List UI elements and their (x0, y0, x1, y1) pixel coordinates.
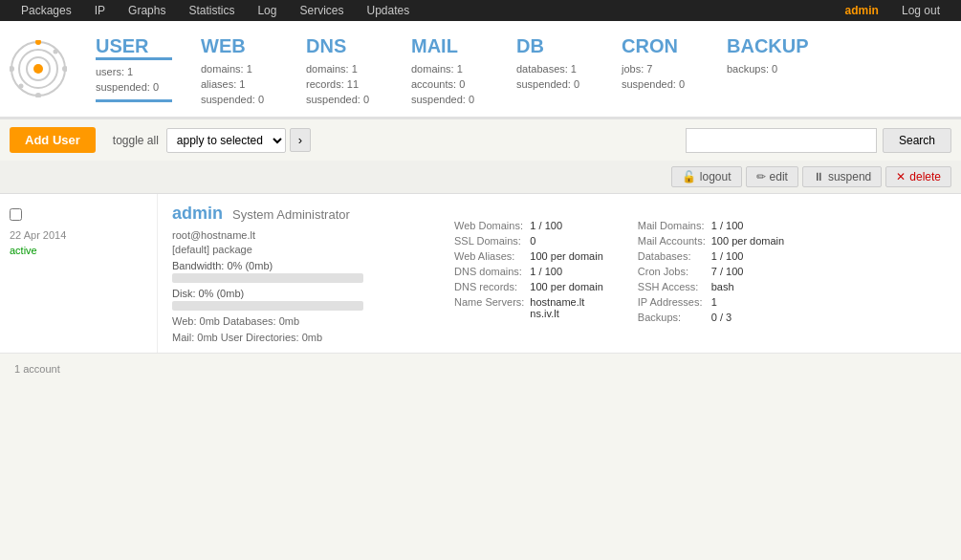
user-actions-bar: 🔓 logout ✏ edit ⏸ suspend ✕ delete (0, 161, 961, 194)
detail-value: 1 / 100 (530, 218, 608, 233)
user-name: admin (172, 204, 223, 224)
detail-row: DNS records:100 per domain (454, 279, 609, 294)
resource-line-2: Mail: 0mb User Directories: 0mb (172, 332, 430, 343)
detail-value: 7 / 100 (711, 264, 790, 279)
stat-line: backups: 0 (727, 61, 809, 76)
detail-value: 0 (530, 233, 608, 248)
detail-row: Databases:1 / 100 (638, 248, 790, 264)
summary-bar: USERusers: 1suspended: 0WEBdomains: 1ali… (0, 21, 961, 119)
detail-label: Mail Accounts: (638, 233, 711, 248)
summary-section-backup[interactable]: BACKUPbackups: 0 (717, 31, 828, 117)
bandwidth-bar-track (172, 273, 363, 283)
user-date: 22 Apr 2014 (10, 229, 147, 241)
disk-label: Disk: 0% (0mb) (172, 288, 430, 299)
detail-row: Name Servers:hostname.ltns.iv.lt (454, 294, 609, 321)
bandwidth-row: Bandwidth: 0% (0mb) (172, 260, 430, 283)
detail-label: SSL Domains: (454, 233, 530, 248)
apply-select-wrap: apply to selected › (166, 128, 311, 153)
search-wrap: Search (686, 128, 951, 153)
detail-label: Web Domains: (454, 218, 530, 233)
detail-value: hostname.ltns.iv.lt (530, 294, 608, 321)
detail-value: bash (711, 279, 790, 294)
stat-line: domains: 1 (201, 61, 277, 76)
logout-link[interactable]: Log out (890, 0, 951, 21)
svg-point-8 (54, 50, 58, 54)
stat-line: users: 1 (96, 64, 172, 79)
search-button[interactable]: Search (883, 128, 951, 153)
footer-count: 1 account (0, 354, 961, 384)
toggle-all-label: toggle all (113, 134, 159, 147)
svg-point-7 (10, 66, 14, 72)
nav-updates[interactable]: Updates (355, 0, 421, 21)
stat-line: accounts: 0 (411, 76, 488, 92)
stat-line: jobs: 7 (622, 61, 698, 76)
summary-section-mail[interactable]: MAILdomains: 1accounts: 0suspended: 0 (402, 31, 507, 117)
detail-label: Cron Jobs: (638, 264, 711, 279)
stat-line: suspended: 0 (411, 92, 488, 107)
nav-graphs[interactable]: Graphs (117, 0, 177, 21)
detail-label: Backups: (638, 310, 711, 325)
search-input[interactable] (686, 128, 877, 153)
detail-row: Web Domains:1 / 100 (454, 218, 609, 233)
user-name-line: admin System Administrator (172, 204, 430, 224)
user-status: active (10, 245, 147, 256)
detail-row: Mail Domains:1 / 100 (638, 218, 790, 233)
detail-value: 1 / 100 (711, 218, 790, 233)
detail-label: Mail Domains: (638, 218, 711, 233)
summary-section-db[interactable]: DBdatabases: 1suspended: 0 (507, 31, 612, 117)
detail-row: Backups:0 / 3 (638, 310, 790, 325)
user-left: 22 Apr 2014 active (0, 194, 158, 353)
add-user-button[interactable]: Add User (10, 127, 96, 153)
vesta-logo (10, 40, 67, 97)
bandwidth-label: Bandwidth: 0% (0mb) (172, 260, 430, 271)
detail-label: Name Servers: (454, 294, 530, 321)
toolbar: Add User toggle all apply to selected › … (0, 119, 961, 161)
user-fullname: System Administrator (232, 207, 350, 222)
stat-line: suspended: 0 (201, 92, 277, 107)
user-list: 🔓 logout ✏ edit ⏸ suspend ✕ delete 22 Ap… (0, 161, 961, 354)
delete-action-button[interactable]: ✕ delete (885, 166, 951, 187)
nav-log[interactable]: Log (246, 0, 288, 21)
mail-details-col: Mail Domains:1 / 100Mail Accounts:100 pe… (628, 194, 809, 353)
summary-section-dns[interactable]: DNSdomains: 1records: 11suspended: 0 (296, 31, 402, 117)
logo-area (10, 31, 86, 117)
summary-section-user[interactable]: USERusers: 1suspended: 0 (86, 31, 191, 117)
detail-row: Web Aliases:100 per domain (454, 248, 609, 264)
apply-go-button[interactable]: › (290, 128, 311, 152)
detail-row: Cron Jobs:7 / 100 (638, 264, 790, 279)
web-details-col: Web Domains:1 / 100SSL Domains:0Web Alia… (445, 194, 628, 353)
nav-statistics[interactable]: Statistics (177, 0, 246, 21)
detail-row: IP Addresses:1 (638, 294, 790, 310)
user-package: [default] package (172, 244, 430, 255)
nav-ip[interactable]: IP (83, 0, 117, 21)
apply-select[interactable]: apply to selected (166, 128, 286, 153)
edit-action-button[interactable]: ✏ edit (746, 166, 798, 187)
user-checkbox[interactable] (10, 208, 22, 221)
summary-section-web[interactable]: WEBdomains: 1aliases: 1suspended: 0 (191, 31, 296, 117)
svg-point-9 (19, 84, 24, 89)
logout-action-button[interactable]: 🔓 logout (671, 166, 742, 187)
detail-label: Databases: (638, 248, 711, 264)
nav-services[interactable]: Services (288, 0, 355, 21)
nav-packages[interactable]: Packages (10, 0, 83, 21)
detail-row: SSH Access:bash (638, 279, 790, 294)
svg-point-6 (35, 93, 41, 97)
stat-line: suspended: 0 (96, 79, 172, 95)
svg-point-3 (33, 64, 43, 74)
resource-line-1: Web: 0mb Databases: 0mb (172, 315, 430, 327)
detail-value: 100 per domain (530, 248, 608, 264)
stat-line: domains: 1 (306, 61, 382, 76)
detail-row: Mail Accounts:100 per domain (638, 233, 790, 248)
detail-label: IP Addresses: (638, 294, 711, 310)
top-navigation: Packages IP Graphs Statistics Log Servic… (0, 0, 961, 21)
stat-line: suspended: 0 (516, 76, 593, 92)
detail-value: 1 / 100 (711, 248, 790, 264)
svg-point-4 (35, 40, 41, 45)
summary-section-cron[interactable]: CRONjobs: 7suspended: 0 (612, 31, 717, 117)
detail-label: Web Aliases: (454, 248, 530, 264)
disk-bar-track (172, 301, 363, 311)
suspend-action-button[interactable]: ⏸ suspend (802, 166, 882, 187)
admin-link[interactable]: admin (834, 0, 890, 21)
user-main: admin System Administrator root@hostname… (158, 194, 445, 353)
stat-line: domains: 1 (411, 61, 488, 76)
